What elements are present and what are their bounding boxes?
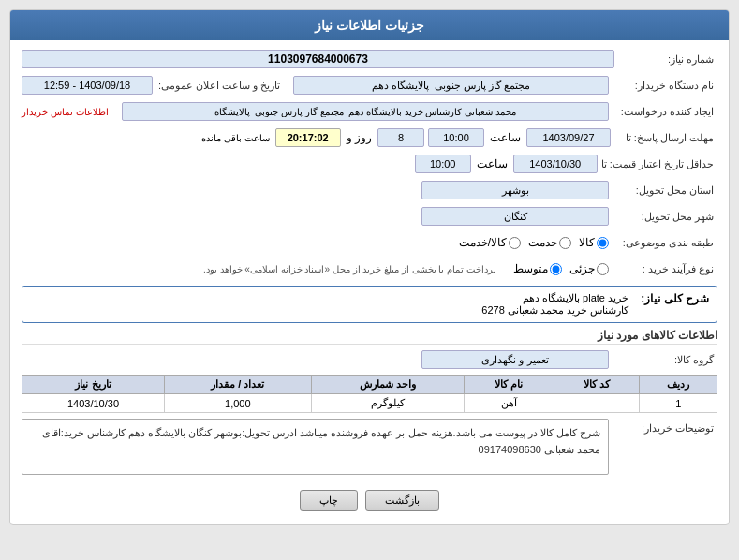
need-number-label: شماره نیاز: [614,53,717,66]
purchase-type-motevaset: متوسط [513,262,562,275]
main-container: جزئیات اطلاعات نیاز شماره نیاز: نام دستگ… [9,9,730,525]
back-button[interactable]: بازگشت [365,490,439,511]
response-deadline-date[interactable] [526,128,611,147]
validity-deadline-time[interactable] [415,155,471,173]
purchase-motevaset-radio[interactable] [550,263,562,275]
day-label: روز و [347,131,372,144]
need-summary-line2: کارشناس خرید محمد شعبانی 6278 [30,304,628,317]
cell-date: 1403/10/30 [22,394,165,413]
cell-unit: کیلوگرم [311,394,464,413]
buyer-org-input[interactable] [293,76,609,95]
city-row: شهر محل تحویل: [22,205,717,228]
category-kala-label: کالا [579,236,595,249]
goods-info-title: اطلاعات کالاهای مورد نیاز [22,329,717,345]
city-label: شهر محل تحویل: [614,211,717,223]
goods-table: ردیف کد کالا نام کالا واحد شمارش تعداد /… [22,375,717,413]
cell-code: -- [554,394,640,413]
table-row: 1 -- آهن کیلوگرم 1,000 1403/10/30 [22,394,717,413]
page-header: جزئیات اطلاعات نیاز [10,10,729,40]
purchase-jozii-label: جزئی [569,262,595,275]
category-label: طبقه بندی موضوعی: [614,237,717,249]
time-sep2: ساعت [477,157,508,170]
validity-deadline-label: جداقل تاریخ اعتبار قیمت: تا [601,158,717,170]
page-title: جزئیات اطلاعات نیاز [315,18,424,33]
category-radio-group: کالا خدمت کالا/خدمت [459,236,609,249]
need-summary-line1: خرید plate بالایشگاه دهم [30,292,628,304]
remaining-label: ساعت باقی مانده [201,133,270,143]
announce-datetime-label: تاریخ و ساعت اعلان عمومی: [158,80,288,92]
purchase-type-radio-group: جزئی متوسط [513,262,609,275]
buyer-notes-content: شرح کامل کالا در پیوست می باشد.هزینه حمل… [22,419,609,475]
time-sep1: ساعت [490,131,521,144]
purchase-type-row: نوع فرآیند خرید : جزئی متوسط پرداخت تمام… [22,258,717,280]
category-khadamat-label: خدمت [528,236,557,249]
buyer-org-row: نام دستگاه خریدار: تاریخ و ساعت اعلان عم… [22,74,717,96]
province-label: استان محل تحویل: [614,184,717,197]
creator-input[interactable] [122,102,609,121]
city-input[interactable] [421,207,609,226]
category-option-kala: کالا [579,236,609,249]
buyer-org-label: نام دستگاه خریدار: [614,80,717,92]
page-content: شماره نیاز: نام دستگاه خریدار: تاریخ و س… [10,40,729,524]
category-option-khadamat: خدمت [528,236,571,249]
purchase-type-jozii: جزئی [569,262,609,275]
col-qty: تعداد / مقدار [164,376,311,394]
col-code: کد کالا [554,376,640,394]
response-deadline-time[interactable] [428,128,484,147]
remaining-time [275,128,341,147]
creator-row: ایجاد کننده درخواست: اطلاعات تماس خریدار [22,100,717,123]
validity-deadline-date[interactable] [513,155,598,173]
category-row: طبقه بندی موضوعی: کالا خدمت کالا/خدمت [22,231,717,254]
announce-datetime-input[interactable] [22,76,153,95]
creator-label: ایجاد کننده درخواست: [614,106,717,118]
province-input[interactable] [421,181,609,199]
response-deadline-label: مهلت ارسال پاسخ: تا [614,132,717,144]
response-deadline-row: مهلت ارسال پاسخ: تا ساعت روز و ساعت باقی… [22,126,717,149]
cell-name: آهن [464,394,554,413]
cell-qty: 1,000 [164,394,311,413]
category-both-radio[interactable] [509,237,521,249]
col-row: ردیف [640,376,717,394]
category-kala-radio[interactable] [597,237,609,249]
province-row: استان محل تحویل: [22,179,717,201]
print-button[interactable]: چاپ [300,490,358,511]
need-summary-label: شرح کلی نیاز: [634,292,709,305]
need-number-input[interactable] [22,50,614,68]
goods-group-row: گروه کالا: [22,348,717,371]
need-number-row: شماره نیاز: [22,48,717,70]
category-option-both: کالا/خدمت [459,236,521,249]
col-unit: واحد شمارش [311,376,464,394]
action-buttons: بازگشت چاپ [22,484,717,517]
contact-info-link[interactable]: اطلاعات تماس خریدار [22,107,116,117]
purchase-type-label: نوع فرآیند خرید : [614,263,717,275]
category-both-label: کالا/خدمت [459,236,507,249]
validity-deadline-row: جداقل تاریخ اعتبار قیمت: تا ساعت [22,153,717,175]
table-header-row: ردیف کد کالا نام کالا واحد شمارش تعداد /… [22,376,717,394]
need-summary-content: خرید plate بالایشگاه دهم کارشناس خرید مح… [30,292,628,317]
goods-group-input[interactable] [421,350,609,369]
response-deadline-day[interactable] [377,128,424,147]
purchase-motevaset-label: متوسط [513,262,548,275]
buyer-notes-row: توضیحات خریدار: شرح کامل کالا در پیوست م… [22,419,717,480]
cell-row: 1 [640,394,717,413]
need-summary-box: شرح کلی نیاز: خرید plate بالایشگاه دهم ک… [22,286,717,323]
buyer-notes-label: توضیحات خریدار: [614,422,717,435]
purchase-note: پرداخت تمام با بخشی از مبلغ خرید از محل … [203,264,496,274]
col-name: نام کالا [464,376,554,394]
col-date: تاریخ نیاز [22,376,165,394]
category-khadamat-radio[interactable] [559,237,571,249]
goods-group-label: گروه کالا: [614,354,717,366]
purchase-jozii-radio[interactable] [597,263,609,275]
